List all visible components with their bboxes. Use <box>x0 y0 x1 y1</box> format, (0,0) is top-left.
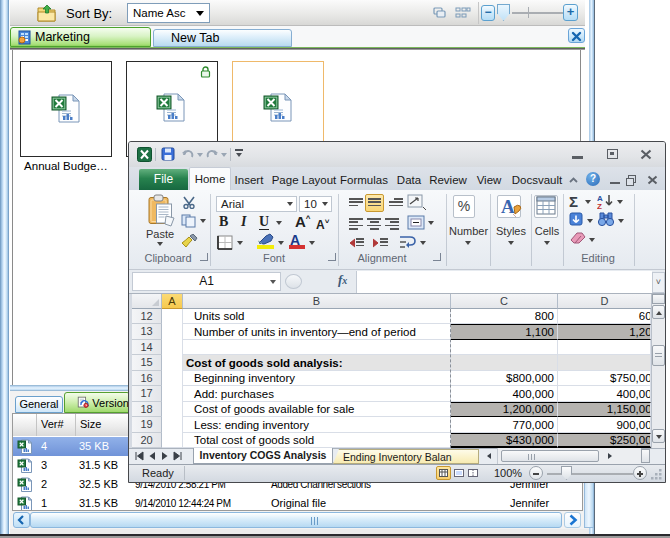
svg-text:Z: Z <box>597 202 602 210</box>
svg-text:A: A <box>501 196 515 217</box>
